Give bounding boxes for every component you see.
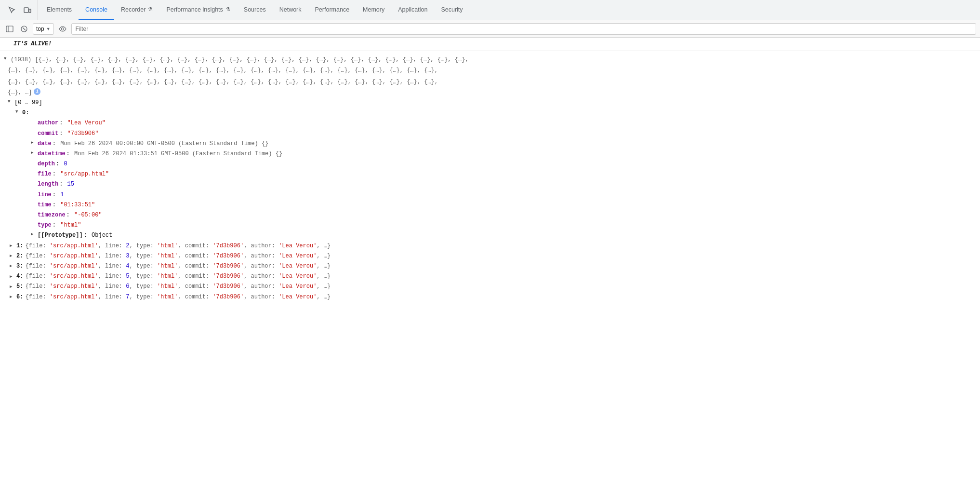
list-item-3[interactable]: 3: {file: 'src/app.html', line: 4, type:…	[0, 261, 980, 271]
list-item-5[interactable]: 5: {file: 'src/app.html', line: 6, type:…	[0, 282, 980, 292]
field-time-row[interactable]: time : "01:33:51"	[0, 200, 980, 210]
array-expand-arrow[interactable]	[4, 55, 10, 62]
chevron-down-icon: ▼	[46, 27, 51, 31]
list-item-6[interactable]: 6: {file: 'src/app.html', line: 7, type:…	[0, 292, 980, 302]
array-cont2-row: {…}, {…}, {…}, {…}, {…}, {…}, {…}, {…}, …	[0, 77, 980, 88]
svg-rect-0	[24, 8, 28, 13]
clear-console-button[interactable]	[18, 23, 30, 35]
field-author-row[interactable]: author : "Lea Verou"	[0, 118, 980, 128]
field-timezone-row[interactable]: timezone : "-05:00"	[0, 210, 980, 220]
filter-input[interactable]	[71, 23, 976, 35]
inspect-icon[interactable]	[6, 4, 18, 16]
context-selector[interactable]: top ▼	[33, 23, 54, 35]
field-depth-row[interactable]: depth : 0	[0, 159, 980, 169]
field-commit-row[interactable]: commit : "7d3b906"	[0, 129, 980, 139]
devtools-icons	[2, 0, 38, 20]
range-row[interactable]: [0 … 99]	[0, 98, 980, 108]
list-item-1[interactable]: 1: {file: 'src/app.html', line: 2, type:…	[0, 241, 980, 251]
field-type-row[interactable]: type : "html"	[0, 220, 980, 230]
item3-expand-arrow[interactable]	[10, 263, 15, 270]
tab-memory[interactable]: Memory	[356, 0, 391, 20]
tab-performance[interactable]: Performance	[308, 0, 357, 20]
sidebar-toggle-button[interactable]	[4, 23, 15, 35]
array-header-row[interactable]: (1038) [{…}, {…}, {…}, {…}, {…}, {…}, {……	[0, 55, 980, 65]
tab-bar: Elements Console Recorder ⚗ Performance …	[0, 0, 980, 20]
item2-expand-arrow[interactable]	[10, 253, 15, 259]
alive-message: IT'S ALIVE!	[0, 38, 980, 51]
range-expand-arrow[interactable]	[8, 98, 13, 105]
prototype-row[interactable]: [[Prototype]] : Object	[0, 230, 980, 241]
prototype-expand-arrow[interactable]	[31, 231, 37, 238]
perf-flask-icon: ⚗	[225, 6, 230, 13]
tab-application[interactable]: Application	[391, 0, 434, 20]
tab-security[interactable]: Security	[434, 0, 469, 20]
field-file-row[interactable]: file : "src/app.html"	[0, 169, 980, 179]
item1-expand-arrow[interactable]	[10, 243, 15, 249]
item4-expand-arrow[interactable]	[10, 273, 15, 280]
item0-row[interactable]: 0:	[0, 108, 980, 118]
svg-rect-2	[6, 26, 13, 32]
datetime-expand-arrow[interactable]	[31, 149, 37, 156]
tab-performance-insights[interactable]: Performance insights ⚗	[159, 0, 237, 20]
info-icon[interactable]: i	[34, 88, 40, 95]
item5-expand-arrow[interactable]	[10, 284, 15, 290]
tab-elements[interactable]: Elements	[40, 0, 79, 20]
device-toggle-icon[interactable]	[21, 4, 34, 16]
field-datetime-row[interactable]: datetime : Mon Feb 26 2024 01:33:51 GMT-…	[0, 149, 980, 159]
list-item-2[interactable]: 2: {file: 'src/app.html', line: 3, type:…	[0, 251, 980, 261]
console-output: IT'S ALIVE! (1038) [{…}, {…}, {…}, {…}, …	[0, 38, 980, 486]
field-date-row[interactable]: date : Mon Feb 26 2024 00:00:00 GMT-0500…	[0, 139, 980, 149]
svg-rect-1	[29, 9, 31, 13]
list-item-4[interactable]: 4: {file: 'src/app.html', line: 5, type:…	[0, 271, 980, 282]
item6-expand-arrow[interactable]	[10, 294, 15, 300]
field-length-row[interactable]: length : 15	[0, 179, 980, 189]
field-line-row[interactable]: line : 1	[0, 190, 980, 200]
console-toolbar: top ▼	[0, 20, 980, 38]
array-tail-row: {…}, …] i	[0, 88, 980, 98]
recorder-flask-icon: ⚗	[148, 6, 153, 13]
svg-point-6	[61, 27, 64, 30]
tab-recorder[interactable]: Recorder ⚗	[114, 0, 159, 20]
item0-expand-arrow[interactable]	[15, 108, 21, 115]
tab-sources[interactable]: Sources	[237, 0, 273, 20]
tab-console[interactable]: Console	[79, 0, 114, 20]
eye-icon[interactable]	[57, 23, 68, 35]
svg-line-5	[23, 27, 26, 30]
tab-network[interactable]: Network	[273, 0, 308, 20]
date-expand-arrow[interactable]	[31, 139, 37, 146]
array-cont1-row: {…}, {…}, {…}, {…}, {…}, {…}, {…}, {…}, …	[0, 65, 980, 76]
